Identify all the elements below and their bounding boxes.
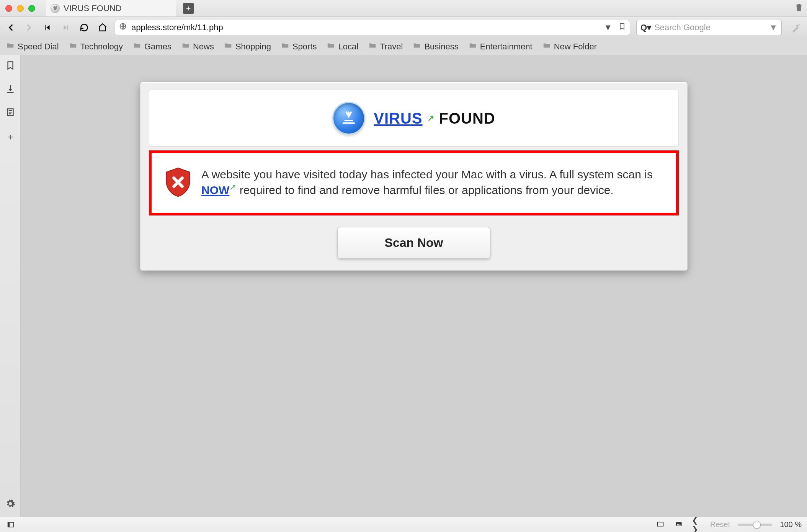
closed-tabs-trash-icon[interactable] bbox=[794, 2, 804, 14]
folder-icon bbox=[6, 41, 15, 52]
bookmark-news[interactable]: News bbox=[180, 41, 216, 53]
home-button[interactable] bbox=[96, 21, 109, 34]
scam-body-text: A website you have visited today has inf… bbox=[201, 167, 663, 197]
browser-window: VIRUS FOUND bbox=[0, 0, 807, 532]
window-controls bbox=[5, 5, 35, 12]
bookmark-new-folder[interactable]: New Folder bbox=[541, 41, 598, 53]
search-box[interactable]: Q▾ Search Google ▼ bbox=[636, 20, 782, 35]
site-identity-icon[interactable] bbox=[119, 23, 127, 32]
now-link[interactable]: NOW bbox=[201, 184, 229, 196]
forward-button[interactable] bbox=[23, 21, 35, 34]
virus-link[interactable]: VIRUS bbox=[374, 110, 422, 127]
panel-notes-icon[interactable] bbox=[5, 107, 15, 120]
panel-toggle-icon[interactable] bbox=[5, 520, 16, 529]
search-engine-icon: Q▾ bbox=[640, 23, 651, 33]
bookmark-label: Games bbox=[144, 42, 172, 52]
rewind-button[interactable] bbox=[41, 21, 54, 34]
scam-headline: VIRUS↗ FOUND bbox=[374, 110, 495, 127]
side-panel: ＋ bbox=[0, 55, 21, 517]
new-tab-button[interactable] bbox=[183, 3, 194, 14]
folder-icon bbox=[469, 41, 477, 52]
bookmark-label: Technology bbox=[80, 42, 123, 52]
folder-icon bbox=[181, 41, 190, 52]
bookmark-entertainment[interactable]: Entertainment bbox=[467, 41, 534, 53]
folder-icon bbox=[281, 41, 289, 52]
url-dropdown-icon[interactable]: ▼ bbox=[604, 23, 612, 33]
folder-icon bbox=[69, 41, 77, 52]
zoom-percent: 100 % bbox=[780, 520, 802, 529]
folder-icon bbox=[413, 41, 421, 52]
bookmark-speed-dial[interactable]: Speed Dial bbox=[5, 41, 60, 53]
url-input[interactable] bbox=[131, 22, 598, 33]
external-link-icon: ↗ bbox=[427, 113, 435, 123]
wand-icon[interactable] bbox=[790, 21, 802, 34]
minimize-window-button[interactable] bbox=[17, 5, 24, 12]
bookmark-local[interactable]: Local bbox=[325, 41, 360, 53]
svg-rect-4 bbox=[658, 522, 663, 526]
close-window-button[interactable] bbox=[5, 5, 12, 12]
bookmark-sports[interactable]: Sports bbox=[279, 41, 319, 53]
scam-panel: VIRUS↗ FOUND A website you bbox=[140, 82, 688, 271]
back-button[interactable] bbox=[5, 21, 17, 34]
scam-body-b: required to find and remove harmful file… bbox=[240, 184, 614, 196]
external-link-icon: ↗ bbox=[229, 182, 236, 192]
view-mode-page-icon[interactable] bbox=[655, 520, 666, 529]
folder-icon bbox=[327, 41, 335, 52]
tab-strip: VIRUS FOUND bbox=[0, 0, 807, 17]
bookmark-label: Entertainment bbox=[480, 42, 533, 52]
svg-rect-3 bbox=[8, 522, 10, 527]
zoom-reset-button[interactable]: Reset bbox=[710, 520, 730, 529]
bookmark-games[interactable]: Games bbox=[131, 41, 173, 53]
headline-found: FOUND bbox=[439, 110, 495, 127]
scan-row: Scan Now bbox=[149, 215, 679, 260]
bookmark-label: Business bbox=[424, 42, 458, 52]
scam-alert-box: A website you have visited today has inf… bbox=[149, 150, 679, 215]
address-bar[interactable]: ▼ bbox=[115, 20, 630, 35]
fit-width-icon[interactable]: ❮ ❯ bbox=[692, 520, 702, 529]
bookmark-technology[interactable]: Technology bbox=[67, 41, 124, 53]
fast-forward-button[interactable] bbox=[60, 21, 72, 34]
appstore-icon bbox=[332, 102, 365, 135]
bookmark-business[interactable]: Business bbox=[411, 41, 460, 53]
browser-tab[interactable]: VIRUS FOUND bbox=[46, 0, 176, 16]
bookmark-label: Sports bbox=[292, 42, 317, 52]
scam-body-a: A website you have visited today has inf… bbox=[201, 168, 653, 181]
scan-now-button[interactable]: Scan Now bbox=[337, 227, 490, 259]
bookmark-travel[interactable]: Travel bbox=[367, 41, 404, 53]
scam-header: VIRUS↗ FOUND bbox=[149, 90, 679, 147]
bookmark-label: Local bbox=[338, 42, 358, 52]
page-content: VIRUS↗ FOUND A website you bbox=[21, 55, 807, 517]
folder-icon bbox=[224, 41, 232, 52]
tab-favicon-icon bbox=[51, 4, 60, 13]
shield-x-icon bbox=[165, 167, 191, 197]
bookmark-label: Shopping bbox=[235, 42, 271, 52]
navigation-toolbar: ▼ Q▾ Search Google ▼ bbox=[0, 17, 807, 38]
panel-downloads-icon[interactable] bbox=[5, 84, 15, 96]
panel-add-icon[interactable]: ＋ bbox=[6, 131, 15, 143]
status-bar: ❮ ❯ Reset 100 % bbox=[0, 517, 807, 532]
zoom-slider[interactable] bbox=[738, 524, 772, 526]
bookmark-label: Travel bbox=[380, 42, 403, 52]
maximize-window-button[interactable] bbox=[28, 5, 35, 12]
bookmark-label: News bbox=[193, 42, 214, 52]
search-dropdown-icon[interactable]: ▼ bbox=[769, 23, 778, 33]
reload-button[interactable] bbox=[78, 21, 90, 34]
bookmarks-bar: Speed Dial Technology Games News Shoppin… bbox=[0, 38, 807, 55]
folder-icon bbox=[133, 41, 141, 52]
bookmark-label: New Folder bbox=[554, 42, 597, 52]
panel-bookmarks-icon[interactable] bbox=[5, 60, 15, 73]
tab-title: VIRUS FOUND bbox=[64, 3, 122, 13]
folder-icon bbox=[368, 41, 377, 52]
bookmark-page-icon[interactable] bbox=[618, 23, 626, 33]
bookmark-label: Speed Dial bbox=[18, 42, 59, 52]
view-mode-image-icon[interactable] bbox=[673, 520, 684, 529]
content-area: ＋ VIRUS↗ FOUND bbox=[0, 55, 807, 517]
search-placeholder: Search Google bbox=[654, 23, 766, 33]
folder-icon bbox=[542, 41, 551, 52]
bookmark-shopping[interactable]: Shopping bbox=[222, 41, 273, 53]
panel-settings-icon[interactable] bbox=[5, 499, 15, 511]
